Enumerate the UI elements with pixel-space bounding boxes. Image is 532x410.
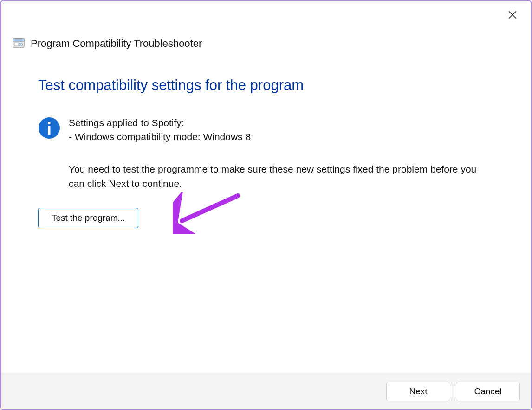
troubleshooter-window: Program Compatibility Troubleshooter Tes… [0,0,532,410]
svg-rect-8 [48,126,51,135]
window-title: Program Compatibility Troubleshooter [31,38,202,50]
settings-applied-text: Settings applied to Spotify: - Windows c… [69,116,251,144]
svg-rect-7 [48,122,51,124]
footer-bar: Next Cancel [1,373,531,409]
window-header: Program Compatibility Troubleshooter [1,1,531,50]
troubleshooter-icon [12,37,25,50]
svg-point-5 [19,43,23,46]
settings-applied-label: Settings applied to Spotify: [69,116,251,130]
settings-applied-detail: - Windows compatibility mode: Windows 8 [69,130,251,144]
svg-rect-4 [14,43,18,46]
info-icon [38,117,60,139]
svg-rect-3 [13,39,24,41]
next-button[interactable]: Next [386,382,450,401]
instruction-text: You need to test the programme to make s… [69,162,494,191]
content-area: Test compatibility settings for the prog… [1,50,531,373]
page-heading: Test compatibility settings for the prog… [38,77,494,94]
cancel-button[interactable]: Cancel [456,382,520,401]
test-program-button[interactable]: Test the program... [38,208,138,228]
close-button[interactable] [505,8,520,23]
info-row: Settings applied to Spotify: - Windows c… [38,116,494,144]
close-icon [508,10,517,21]
